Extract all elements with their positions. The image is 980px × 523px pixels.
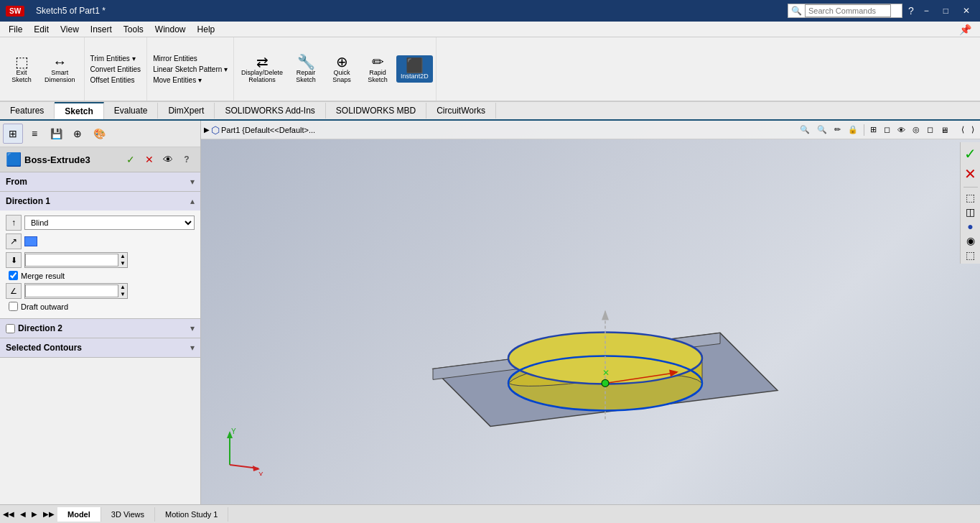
mirror-entities-button[interactable]: Mirror Entities: [150, 54, 230, 63]
section-direction1-header[interactable]: Direction 1 ▴: [0, 192, 200, 210]
help-icon[interactable]: ?: [908, 5, 914, 17]
rp-icon3[interactable]: ●: [967, 221, 973, 232]
linear-pattern-button[interactable]: Linear Sketch Pattern ▾: [150, 65, 230, 74]
tab-mbd[interactable]: SOLIDWORKS MBD: [326, 103, 426, 119]
menu-view[interactable]: View: [55, 23, 85, 36]
direction1-depth-icon-row: ↗: [6, 233, 195, 249]
rapid-sketch-button[interactable]: ✏ RapidSketch: [360, 52, 395, 86]
section-from-title: From: [6, 177, 27, 187]
offset-entities-button[interactable]: Offset Entities: [88, 75, 144, 85]
angle-input[interactable]: 30.00deg: [25, 284, 118, 297]
depth-input[interactable]: 30.00mm: [25, 254, 118, 267]
feature-header: 🟦 Boss-Extrude3 ✓ ✕ 👁 ?: [0, 147, 200, 172]
merge-result-checkbox[interactable]: [9, 271, 18, 280]
rp-icon1[interactable]: ⬚: [966, 192, 975, 203]
menu-file[interactable]: File: [3, 23, 28, 36]
tab-features[interactable]: Features: [0, 103, 55, 119]
panel-icon-add[interactable]: ⊕: [67, 124, 88, 144]
tab-evaluate[interactable]: Evaluate: [104, 103, 159, 119]
vp-view-icon[interactable]: ◻: [881, 124, 893, 136]
search-input[interactable]: [805, 4, 891, 17]
move-entities-button[interactable]: Move Entities ▾: [150, 75, 230, 85]
exit-sketch-button[interactable]: ⬚ Exit Sketch: [4, 52, 39, 86]
rp-icon4[interactable]: ◉: [966, 235, 975, 246]
menu-insert[interactable]: Insert: [85, 23, 118, 36]
main-area: ⊞ ≡ 💾 ⊕ 🎨 🟦 Boss-Extrude3 ✓ ✕ 👁 ?: [0, 121, 980, 504]
panel-icon-save[interactable]: 💾: [46, 124, 66, 144]
quick-snaps-label: QuickSnaps: [332, 69, 351, 83]
ribbon-group-tools: ⇄ Display/DeleteRelations 🔧 RepairSketch…: [234, 37, 437, 101]
depth-spin-down[interactable]: ▼: [118, 260, 127, 267]
accept-icon[interactable]: ✓: [964, 145, 976, 162]
viewport: ▶ ⬡ Part1 {Default<<Default>... 🔍 🔍 ✏ 🔒 …: [201, 121, 980, 504]
rp-icon2[interactable]: ◫: [966, 206, 975, 218]
vp-display-icon[interactable]: 🖥: [938, 124, 951, 136]
cancel-button[interactable]: ✕: [141, 152, 157, 167]
tab-model[interactable]: Model: [57, 507, 101, 522]
maximize-button[interactable]: □: [939, 4, 953, 17]
nav-last[interactable]: ▶▶: [40, 509, 57, 519]
nav-next[interactable]: ▶: [29, 509, 40, 519]
menu-edit[interactable]: Edit: [28, 23, 55, 36]
tab-bar: Features Sketch Evaluate DimXpert SOLIDW…: [0, 102, 980, 121]
direction1-endcondition-select[interactable]: Blind Through All Up To Next Up To Verte…: [24, 216, 195, 230]
quick-snaps-button[interactable]: ⊕ QuickSnaps: [325, 52, 359, 86]
vp-lock-icon[interactable]: 🔒: [845, 124, 861, 136]
repair-sketch-button[interactable]: 🔧 RepairSketch: [289, 52, 323, 86]
draft-outward-checkbox[interactable]: [9, 302, 18, 311]
tab-dimxpert[interactable]: DimXpert: [158, 103, 215, 119]
smart-dimension-button[interactable]: ↔ Smart Dimension: [40, 52, 80, 86]
vp-section-icon[interactable]: ◻: [924, 124, 936, 136]
vp-pen-icon[interactable]: ✏: [831, 124, 844, 136]
vp-appearance-icon[interactable]: ◎: [910, 124, 923, 136]
repair-sketch-icon: 🔧: [297, 55, 315, 69]
vp-zoom-icon[interactable]: 🔍: [797, 124, 813, 136]
instant2d-button[interactable]: ⬛ Instant2D: [396, 55, 433, 83]
search-icon: 🔍: [791, 6, 802, 16]
eye-button[interactable]: 👁: [160, 152, 176, 167]
angle-spin-up[interactable]: ▲: [118, 284, 127, 291]
menu-window[interactable]: Window: [149, 23, 192, 36]
y-axis-label: Y: [231, 427, 236, 435]
direction2-checkbox[interactable]: [6, 324, 15, 333]
section-direction2-header[interactable]: Direction 2 ▾: [0, 319, 200, 338]
minimize-button[interactable]: −: [920, 4, 933, 17]
tab-circuitworks[interactable]: CircuitWorks: [426, 103, 496, 119]
section-from-header[interactable]: From ▾: [0, 172, 200, 191]
panel-icon-3d[interactable]: ⊞: [3, 124, 23, 144]
breadcrumb-arrow: ▶: [204, 126, 210, 134]
tab-addins[interactable]: SOLIDWORKS Add-Ins: [215, 103, 325, 119]
angle-spin-down[interactable]: ▼: [118, 291, 127, 298]
pin-icon[interactable]: 📌: [959, 24, 977, 35]
vp-hide-icon[interactable]: 👁: [895, 124, 908, 136]
panel-collapse-right[interactable]: ⟩: [969, 124, 977, 136]
tab-sketch[interactable]: Sketch: [55, 102, 103, 119]
direction1-arrow-icon: ↑: [6, 215, 22, 231]
panel-icon-list[interactable]: ≡: [24, 124, 45, 144]
nav-first[interactable]: ◀◀: [0, 509, 17, 519]
panel-collapse-left[interactable]: ⟨: [958, 124, 967, 136]
convert-entities-button[interactable]: Convert Entities: [88, 65, 144, 74]
help-button[interactable]: ?: [179, 152, 195, 167]
tab-3dviews[interactable]: 3D Views: [101, 507, 155, 522]
section-selected-contours-header[interactable]: Selected Contours ▾: [0, 338, 200, 357]
display-delete-button[interactable]: ⇄ Display/DeleteRelations: [237, 52, 287, 86]
vp-grid-icon[interactable]: ⊞: [867, 124, 879, 136]
search-bar[interactable]: 🔍: [788, 4, 902, 18]
vp-zoom2-icon[interactable]: 🔍: [814, 124, 830, 136]
tab-motionstudy[interactable]: Motion Study 1: [155, 507, 228, 522]
reject-icon[interactable]: ✕: [964, 165, 976, 182]
close-button[interactable]: ✕: [958, 4, 974, 17]
nav-prev[interactable]: ◀: [17, 509, 29, 519]
ok-button[interactable]: ✓: [123, 152, 139, 167]
smart-dimension-label: Smart Dimension: [45, 69, 75, 83]
trim-entities-button[interactable]: Trim Entities ▾: [88, 54, 144, 63]
depth-spin-up[interactable]: ▲: [118, 253, 127, 260]
panel-icon-color[interactable]: 🎨: [89, 124, 109, 144]
part-icon: ⬡: [211, 124, 220, 136]
origin-point: [602, 379, 609, 387]
menu-tools[interactable]: Tools: [118, 23, 149, 36]
rp-icon5[interactable]: ⬚: [966, 249, 975, 261]
breadcrumb[interactable]: Part1 {Default<<Default>...: [221, 126, 315, 134]
menu-help[interactable]: Help: [192, 23, 221, 36]
